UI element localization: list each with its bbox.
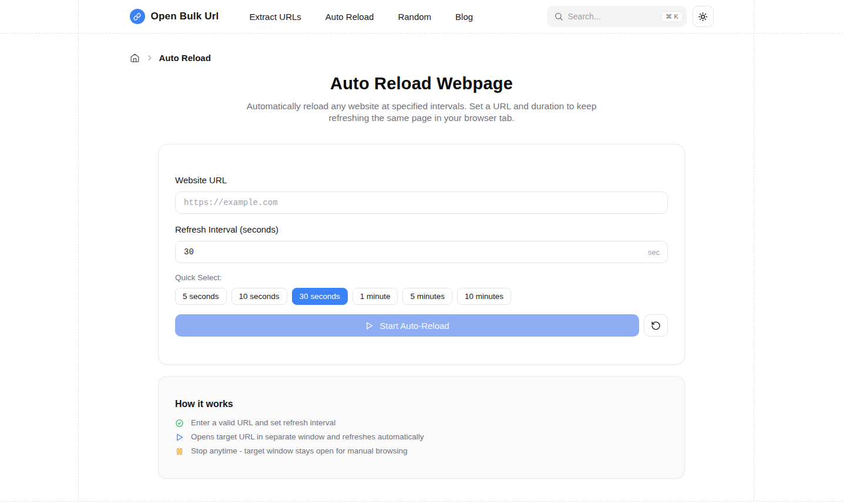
quick-option-5-minutes[interactable]: 5 minutes [402, 288, 452, 305]
play-icon [175, 433, 184, 442]
site-header: Open Bulk Url Extract URLs Auto Reload R… [0, 0, 843, 33]
main-content: Auto Reload Auto Reload Webpage Automati… [84, 53, 760, 479]
search-placeholder: Search... [568, 12, 657, 21]
brand-name: Open Bulk Url [151, 11, 219, 22]
quick-option-1-minute[interactable]: 1 minute [352, 288, 398, 305]
quick-option-10-seconds[interactable]: 10 seconds [231, 288, 287, 305]
start-button-label: Start Auto-Reload [379, 321, 449, 331]
bottom-dashed-rule [0, 501, 843, 502]
url-input[interactable] [175, 191, 668, 214]
home-icon[interactable] [130, 53, 140, 63]
interval-unit: sec [648, 248, 660, 257]
page-subtitle: Automatically reload any website at spec… [240, 100, 604, 124]
how-step-1-text: Enter a valid URL and set refresh interv… [191, 418, 335, 428]
interval-label: Refresh Interval (seconds) [175, 224, 668, 234]
how-it-works-card: How it works Enter a valid URL and set r… [158, 376, 685, 479]
sun-icon [698, 12, 708, 22]
breadcrumb-current: Auto Reload [159, 53, 211, 63]
auto-reload-card: Website URL Refresh Interval (seconds) s… [158, 144, 685, 365]
main-nav: Extract URLs Auto Reload Random Blog [249, 12, 473, 22]
link-icon [130, 9, 145, 24]
quick-option-10-minutes[interactable]: 10 minutes [457, 288, 511, 305]
nav-item-blog[interactable]: Blog [455, 12, 473, 22]
check-circle-icon [175, 419, 184, 428]
theme-toggle-button[interactable] [693, 6, 714, 27]
page-title: Auto Reload Webpage [130, 74, 714, 93]
play-icon [365, 321, 374, 330]
quick-select-label: Quick Select: [175, 273, 668, 282]
how-step-2-text: Opens target URL in separate window and … [191, 432, 424, 442]
breadcrumb: Auto Reload [130, 53, 714, 63]
rotate-ccw-icon [651, 321, 661, 331]
search-input[interactable]: Search... ⌘ K [547, 6, 687, 27]
nav-item-random[interactable]: Random [398, 12, 431, 22]
interval-input[interactable] [175, 241, 668, 263]
page: Open Bulk Url Extract URLs Auto Reload R… [0, 0, 843, 504]
nav-item-extract-urls[interactable]: Extract URLs [249, 12, 301, 22]
how-step-1: Enter a valid URL and set refresh interv… [175, 418, 668, 428]
quick-option-5-seconds[interactable]: 5 seconds [175, 288, 227, 305]
search-icon [554, 12, 563, 21]
chevron-right-icon [146, 54, 153, 62]
how-step-2: Opens target URL in separate window and … [175, 432, 668, 442]
quick-option-30-seconds[interactable]: 30 seconds [292, 288, 348, 305]
search-shortcut-kbd: ⌘ K [661, 11, 683, 22]
brand-logo[interactable]: Open Bulk Url [130, 9, 219, 24]
how-it-works-title: How it works [175, 399, 668, 409]
url-label: Website URL [175, 175, 668, 185]
quick-select: Quick Select: 5 seconds 10 seconds 30 se… [175, 273, 668, 305]
pause-icon [175, 447, 184, 456]
nav-item-auto-reload[interactable]: Auto Reload [325, 12, 374, 22]
hero: Auto Reload Webpage Automatically reload… [130, 74, 714, 124]
how-step-3: Stop anytime - target window stays open … [175, 446, 668, 456]
reset-button[interactable] [644, 314, 668, 337]
start-auto-reload-button[interactable]: Start Auto-Reload [175, 314, 639, 337]
left-dashed-rule [78, 0, 79, 501]
how-step-3-text: Stop anytime - target window stays open … [191, 446, 407, 456]
